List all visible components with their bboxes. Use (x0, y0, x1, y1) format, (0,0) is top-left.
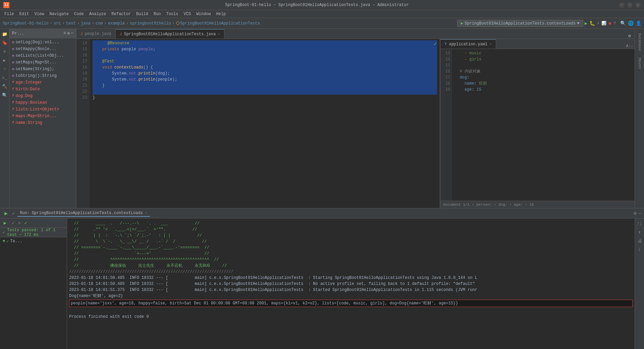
tree-item-birth[interactable]: f birth:Date (9, 86, 76, 93)
tree-item-label: dog:Dog (16, 94, 33, 98)
run-pass-check[interactable]: ✓ (22, 219, 30, 227)
output-ascii-8: // 佛祖保佑 吉士先生 永不宕机 永无BUG // (69, 263, 633, 269)
menu-file[interactable]: File (2, 11, 17, 17)
maven-label[interactable]: Maven (636, 55, 643, 71)
close-button[interactable]: ✕ (635, 2, 641, 8)
menu-navigate[interactable]: Navigate (47, 11, 71, 17)
class-name[interactable]: SpringBoot01HelloApplicationTests (180, 21, 260, 26)
tree-item-dog[interactable]: f dog:Dog (9, 93, 76, 99)
run-right-icon-2[interactable]: ⬆ (636, 229, 643, 236)
help-button[interactable]: ? (613, 21, 616, 26)
code-line-14: @Resource (93, 40, 437, 46)
yaml-tab-application[interactable]: Y application.yaml × (440, 39, 496, 49)
sidebar-build-icon[interactable]: 🔨 (1, 83, 8, 90)
test-folder[interactable]: test (66, 21, 76, 26)
method-icon: m (12, 67, 14, 71)
run-right-icon-1[interactable]: ↑↓ (636, 220, 643, 227)
tree-item-setLog[interactable]: m setLog(Dog):vol... (9, 39, 76, 46)
debug-button[interactable]: 🐛 (589, 20, 595, 26)
right-sidebar: Database Maven (635, 29, 644, 208)
tree-item-setLists[interactable]: m setLists(List<Obj... (9, 52, 76, 59)
run-config-selector[interactable]: ▶ SpringBoot01HelloApplicationTests.cont… (457, 20, 583, 27)
project-panel-gear-icon[interactable]: ⚙ (67, 31, 70, 36)
tree-item-happy[interactable]: f happy:Boolean (9, 99, 76, 106)
run-close-icon[interactable]: × (145, 211, 147, 215)
tree-item-lists[interactable]: f lists:List<Object> (9, 106, 76, 113)
search-icon[interactable]: 🔍 (620, 20, 626, 26)
run-right-icon-3[interactable]: 🖨 (636, 237, 643, 245)
code-line-18: void contextLoads() { (93, 64, 437, 70)
menu-view[interactable]: View (32, 11, 47, 17)
error-field-icon: f (12, 101, 14, 105)
maximize-button[interactable]: □ (627, 2, 633, 8)
code-lines[interactable]: @Resource private people people; @Test (90, 39, 440, 208)
menu-code[interactable]: Code (71, 11, 87, 17)
run-all-button[interactable]: ▶ (1, 219, 9, 227)
project-panel-minimize-icon[interactable]: ─ (71, 31, 73, 36)
tab-people-java[interactable]: J people.java (76, 29, 116, 39)
menu-tools[interactable]: Tools (164, 11, 181, 17)
output-blank (69, 308, 633, 314)
run-tab[interactable]: Run: SpringBoot01HelloApplicationTests.c… (17, 210, 150, 217)
menu-run[interactable]: Run (151, 11, 164, 17)
accept-change-button[interactable]: ✓ (434, 40, 437, 47)
code-line-20: System.out.println(people); (93, 77, 437, 83)
tree-item-toString[interactable]: m toString():String (9, 72, 76, 79)
sidebar-git-icon[interactable]: ⑂ (1, 65, 8, 73)
tree-item-setMaps[interactable]: m setMaps(Map<St... (9, 59, 76, 66)
yaml-lines[interactable]: - music - girls # 内嵌对象 (452, 49, 635, 201)
minimize-button[interactable]: ─ (619, 2, 625, 8)
stop-button[interactable]: ■ (608, 21, 611, 26)
run-panel-settings-icon[interactable]: ⚙ (634, 210, 636, 216)
user-icon[interactable]: 👤 (636, 20, 641, 26)
menu-build[interactable]: Build (133, 11, 151, 17)
database-label[interactable]: Database (636, 31, 643, 54)
tab-close-icon[interactable]: × (218, 32, 220, 36)
run-content: ▶ ✓ » ✓ ✓ Tests passed: 1 of 1 test – 17… (0, 218, 644, 349)
yaml-settings-icon[interactable]: A↑↓ (625, 44, 635, 49)
translate-icon[interactable]: 🌐 (628, 20, 634, 26)
project-panel-list-icon[interactable]: ≡ (63, 31, 66, 36)
menu-analyze[interactable]: Analyze (87, 11, 109, 17)
springboot-folder[interactable]: springboot01hello (130, 21, 171, 26)
menu-refactor[interactable]: Refactor (109, 11, 133, 17)
coverage-button[interactable]: ⚡ (597, 21, 599, 26)
sidebar-bookmark-icon[interactable]: 🔖 (1, 39, 8, 47)
menu-help[interactable]: Help (213, 11, 228, 17)
tab-settings-icon[interactable]: ⚙ (625, 33, 635, 39)
sidebar-terminal-icon[interactable]: >_ (1, 74, 8, 82)
menu-vcs[interactable]: VCS (181, 11, 194, 17)
com-folder[interactable]: com (96, 21, 103, 26)
run-check-button[interactable]: ✓ (9, 219, 17, 227)
tree-item-setName[interactable]: m setName(String); (9, 66, 76, 72)
tree-item-setHappy[interactable]: m setHappy(Boole... (9, 46, 76, 52)
src-folder[interactable]: src (54, 21, 61, 26)
run-output[interactable]: // ____ . /---.--\ `. . ___ // // ."" '<… (67, 218, 635, 349)
example-folder[interactable]: example (108, 21, 125, 26)
tree-item-name[interactable]: f name:String (9, 119, 76, 126)
yaml-tab-close-icon[interactable]: × (489, 42, 492, 46)
profile-button[interactable]: 📊 (601, 21, 606, 26)
run-button[interactable]: ▶ (585, 20, 587, 26)
run-status-bar: ✓ Tests passed: 1 of 1 test – 172 ms (0, 228, 67, 237)
run-pass-icon: ✓ (12, 211, 15, 216)
menu-window[interactable]: Window (194, 11, 213, 17)
tab-test-java[interactable]: J SpringBoot01HelloApplicationTests.java… (116, 29, 224, 39)
run-tests-list: ▼ ✓ Te... (0, 237, 67, 349)
test-item-te[interactable]: ▼ ✓ Te... (0, 238, 67, 245)
run-panel-minimize-icon[interactable]: ─ (639, 211, 641, 216)
run-right-icon-4[interactable]: ↕ (636, 246, 643, 253)
output-log-2: 2023-01-18 14:01:50.485 INFO 18332 --- [… (69, 281, 633, 287)
sidebar-search-icon[interactable]: 🔍 (1, 92, 8, 99)
project-name[interactable]: SpringBoot-01-hello (3, 21, 49, 26)
sidebar-project-icon[interactable]: 📁 (1, 31, 8, 38)
sidebar-run-icon[interactable]: ▶ (1, 57, 8, 64)
tree-item-maps[interactable]: f maps:Map<Strin... (9, 113, 76, 119)
tree-item-age[interactable]: f age:Integer (9, 79, 76, 86)
menu-edit[interactable]: Edit (17, 11, 32, 17)
tree-item-label: maps:Map<Strin... (16, 114, 57, 118)
java-folder[interactable]: java (81, 21, 91, 26)
sidebar-structure-icon[interactable]: ≡ (1, 48, 8, 55)
tree-item-label: setLog(Dog):vol... (16, 40, 59, 45)
run-start-button[interactable]: ▶ (3, 210, 9, 217)
